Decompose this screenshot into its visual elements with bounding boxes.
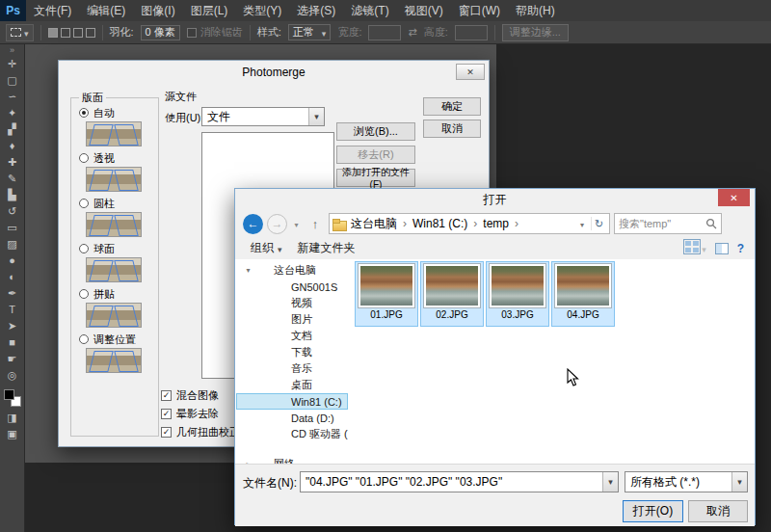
dodge-tool[interactable]: ◐ [2, 269, 23, 285]
filetype-combobox[interactable]: 所有格式 (*.*) [625, 471, 748, 492]
photomerge-option[interactable]: 几何扭曲校正 [161, 425, 240, 439]
sidebar-item[interactable]: 这台电脑 [236, 262, 348, 279]
path-selection-tool[interactable]: ➤ [2, 318, 23, 334]
forward-button[interactable] [267, 214, 287, 234]
width-input[interactable] [368, 25, 401, 40]
dialog-title-bar[interactable]: 打开 [235, 189, 755, 211]
file-item[interactable]: 03.JPG [486, 261, 549, 327]
feather-input[interactable]: 0 像素 [141, 25, 180, 40]
new-folder-button[interactable]: 新建文件夹 [293, 238, 360, 258]
radio-button[interactable] [79, 153, 89, 163]
lasso-tool[interactable]: ∽ [2, 89, 23, 105]
screen-mode-button[interactable]: ▣ [2, 426, 23, 442]
history-brush-tool[interactable]: ↺ [2, 203, 23, 220]
layout-thumbnail[interactable] [86, 257, 142, 282]
address-bar[interactable]: 这台电脑 Win81 (C:) temp [329, 213, 610, 234]
address-dropdown-icon[interactable] [575, 217, 589, 230]
style-select[interactable]: 正常 [288, 24, 332, 40]
radio-button[interactable] [79, 108, 89, 118]
sidebar-item[interactable]: 桌面 [236, 377, 348, 393]
quick-selection-tool[interactable]: ✦ [2, 105, 23, 121]
menu-item[interactable]: 图像(I) [133, 0, 182, 21]
menu-item[interactable]: 图层(L) [183, 0, 236, 21]
sidebar-item[interactable]: 下载 [236, 344, 348, 360]
menu-item[interactable]: 选择(S) [289, 0, 343, 21]
layout-thumbnail[interactable] [86, 167, 142, 192]
use-select[interactable]: 文件 [201, 107, 325, 126]
file-item[interactable]: 02.JPG [420, 261, 484, 327]
brush-tool[interactable]: ✎ [2, 171, 23, 187]
crop-tool[interactable]: ▞ [2, 121, 23, 138]
new-selection-button[interactable] [48, 28, 58, 38]
sidebar-item[interactable]: Win81 (C:) [236, 393, 348, 410]
menu-item[interactable]: 文件(F) [26, 0, 79, 21]
sidebar-item[interactable]: CD 驱动器 (F:) Usb [236, 426, 348, 442]
checkbox[interactable] [161, 409, 172, 419]
up-button[interactable] [306, 214, 325, 233]
antialias-checkbox[interactable]: 消除锯齿 [187, 25, 243, 40]
layout-thumbnail[interactable] [86, 121, 142, 146]
hand-tool[interactable]: ☛ [2, 351, 23, 367]
intersect-selection-button[interactable] [86, 28, 95, 38]
height-input[interactable] [455, 25, 488, 40]
search-input[interactable] [619, 218, 703, 229]
layout-thumbnail[interactable] [86, 303, 142, 328]
sidebar-item[interactable]: 视频 [236, 295, 348, 311]
sidebar-item[interactable]: 网络 [236, 456, 348, 464]
cancel-button[interactable]: 取消 [423, 120, 481, 138]
sidebar-item[interactable]: 图片 [236, 311, 348, 328]
radio-button[interactable] [79, 199, 89, 208]
file-item[interactable]: 01.JPG [355, 261, 418, 327]
sidebar-item[interactable]: GN5001S [236, 279, 348, 295]
breadcrumb-segment[interactable]: Win81 (C:) [410, 217, 480, 230]
menu-item[interactable]: 滤镜(T) [343, 0, 396, 21]
type-tool[interactable]: T [2, 302, 23, 318]
expand-icon[interactable] [244, 266, 253, 275]
pen-tool[interactable]: ✒ [2, 285, 23, 302]
breadcrumb-segment[interactable]: 这台电脑 [348, 216, 410, 232]
clone-stamp-tool[interactable]: ▙ [2, 187, 23, 203]
menu-item[interactable]: 视图(V) [397, 0, 451, 21]
checkbox[interactable] [161, 427, 172, 438]
tool-preset-picker[interactable] [6, 24, 34, 41]
marquee-tool[interactable]: ▢ [2, 72, 23, 89]
refresh-icon[interactable] [591, 217, 606, 230]
organize-button[interactable]: 组织 [246, 238, 287, 258]
menu-item[interactable]: 窗口(W) [451, 0, 508, 21]
layout-radio-row[interactable]: 拼贴 [71, 287, 158, 301]
layout-radio-row[interactable]: 圆柱 [71, 197, 158, 210]
cancel-button[interactable]: 取消 [688, 500, 748, 522]
move-tool[interactable]: ✛ [2, 56, 23, 72]
close-button[interactable] [718, 189, 750, 206]
swap-dimensions-icon[interactable] [408, 26, 416, 39]
shape-tool[interactable]: ■ [2, 334, 23, 351]
refine-edge-button[interactable]: 调整边缘... [502, 24, 569, 41]
help-button[interactable] [737, 242, 744, 255]
eyedropper-tool[interactable]: ♦ [2, 138, 23, 154]
menu-item[interactable]: 编辑(E) [79, 0, 133, 21]
preview-pane-button[interactable] [715, 243, 729, 254]
open-button[interactable]: 打开(O) [623, 500, 683, 522]
blur-tool[interactable]: ● [2, 253, 23, 269]
chevron-down-icon[interactable] [308, 108, 324, 125]
menu-item[interactable]: 类型(Y) [235, 0, 289, 21]
eraser-tool[interactable]: ▭ [2, 220, 23, 236]
sidebar-item[interactable]: 音乐 [236, 360, 348, 377]
foreground-color-swatch[interactable] [4, 389, 14, 400]
menu-item[interactable]: 帮助(H) [508, 0, 563, 21]
collapse-toolbar-icon[interactable] [10, 44, 14, 56]
layout-thumbnail[interactable] [86, 212, 142, 237]
sidebar-item[interactable]: 文档 [236, 328, 348, 344]
subtract-selection-button[interactable] [73, 28, 83, 38]
healing-brush-tool[interactable]: ✚ [2, 154, 23, 171]
file-item[interactable]: 04.JPG [551, 261, 615, 327]
breadcrumb-segment[interactable]: temp [480, 217, 521, 230]
back-button[interactable] [243, 214, 263, 234]
filename-combobox[interactable]: "04.JPG" "01.JPG" "02.JPG" "03.JPG" [300, 471, 619, 492]
recent-locations-icon[interactable] [291, 217, 302, 230]
photomerge-option[interactable]: 晕影去除 [161, 407, 240, 421]
photomerge-option[interactable]: 混合图像 [161, 388, 240, 403]
search-box[interactable] [614, 213, 722, 234]
gradient-tool[interactable]: ▨ [2, 236, 23, 253]
chevron-down-icon[interactable] [731, 472, 747, 492]
